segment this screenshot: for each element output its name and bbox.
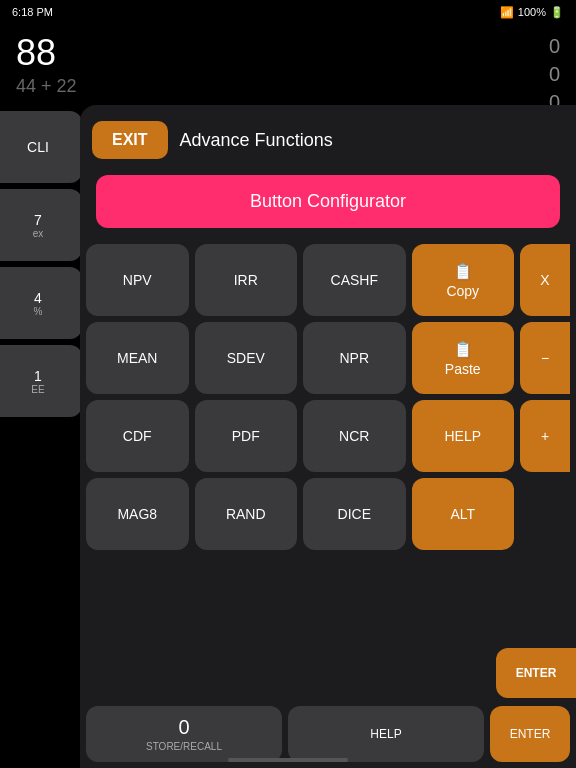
left-btn-7[interactable]: 7 ex bbox=[0, 189, 82, 261]
status-bar: 6:18 PM 📶 100% 🔋 bbox=[0, 0, 576, 24]
left-btn-1-label: 1 bbox=[34, 368, 42, 384]
status-right: 📶 100% 🔋 bbox=[500, 6, 564, 19]
popup-title: Advance Functions bbox=[180, 130, 333, 151]
store-recall-button[interactable]: 0 STORE/RECALL bbox=[86, 706, 282, 762]
right-plus-button[interactable]: + bbox=[520, 400, 570, 472]
expression: 44 + 22 bbox=[16, 74, 560, 105]
left-btn-1[interactable]: 1 EE bbox=[0, 345, 82, 417]
left-btn-cli[interactable]: CLI bbox=[0, 111, 82, 183]
rand-button[interactable]: RAND bbox=[195, 478, 298, 550]
ncr-button[interactable]: NCR bbox=[303, 400, 406, 472]
battery-label: 100% bbox=[518, 6, 546, 18]
side-num-1: 0 bbox=[549, 32, 560, 60]
help-bottom-label: HELP bbox=[370, 727, 401, 741]
wifi-icon: 📶 bbox=[500, 6, 514, 19]
right-x-button[interactable]: X bbox=[520, 244, 570, 316]
battery-icon: 🔋 bbox=[550, 6, 564, 19]
irr-button[interactable]: IRR bbox=[195, 244, 298, 316]
paste-icon: 📋 bbox=[453, 340, 473, 359]
right-minus-button[interactable]: − bbox=[520, 322, 570, 394]
right-empty-4 bbox=[520, 478, 570, 550]
help-bottom-button[interactable]: HELP bbox=[288, 706, 484, 762]
npr-button[interactable]: NPR bbox=[303, 322, 406, 394]
left-btn-1-sub: EE bbox=[31, 384, 44, 395]
enter-label: ENTER bbox=[516, 666, 557, 680]
advance-functions-popup: EXIT Advance Functions Button Configurat… bbox=[80, 105, 576, 768]
mag8-button[interactable]: MAG8 bbox=[86, 478, 189, 550]
status-time: 6:18 PM bbox=[12, 6, 53, 18]
cdf-button[interactable]: CDF bbox=[86, 400, 189, 472]
mean-button[interactable]: MEAN bbox=[86, 322, 189, 394]
left-btn-7-label: 7 bbox=[34, 212, 42, 228]
copy-icon: 📋 bbox=[453, 262, 473, 281]
side-num-2: 0 bbox=[549, 60, 560, 88]
paste-button[interactable]: 📋 Paste bbox=[412, 322, 515, 394]
popup-header: EXIT Advance Functions bbox=[80, 105, 576, 175]
enter-bottom-label: ENTER bbox=[510, 727, 551, 741]
store-recall-label: STORE/RECALL bbox=[146, 741, 222, 752]
display-area: 88 0 0 0 44 + 22 bbox=[0, 24, 576, 109]
left-side-buttons: CLI 7 ex 4 % 1 EE bbox=[0, 105, 88, 423]
npv-button[interactable]: NPV bbox=[86, 244, 189, 316]
main-number: 88 bbox=[16, 32, 560, 74]
enter-partial-button[interactable]: ENTER bbox=[496, 648, 576, 698]
left-btn-4-sub: % bbox=[34, 306, 43, 317]
store-recall-number: 0 bbox=[178, 716, 189, 739]
home-indicator bbox=[228, 758, 348, 762]
func-grid: NPV IRR CASHF 📋 Copy X MEAN SDEV NPR 📋 P… bbox=[80, 244, 576, 550]
left-btn-4[interactable]: 4 % bbox=[0, 267, 82, 339]
alt-button[interactable]: ALT bbox=[412, 478, 515, 550]
left-btn-4-label: 4 bbox=[34, 290, 42, 306]
left-btn-7-sub: ex bbox=[33, 228, 44, 239]
cashf-button[interactable]: CASHF bbox=[303, 244, 406, 316]
dice-button[interactable]: DICE bbox=[303, 478, 406, 550]
side-numbers: 0 0 0 bbox=[549, 32, 560, 116]
copy-button[interactable]: 📋 Copy bbox=[412, 244, 515, 316]
help-button[interactable]: HELP bbox=[412, 400, 515, 472]
pdf-button[interactable]: PDF bbox=[195, 400, 298, 472]
left-btn-cli-label: CLI bbox=[27, 139, 49, 155]
enter-bottom-button[interactable]: ENTER bbox=[490, 706, 570, 762]
sdev-button[interactable]: SDEV bbox=[195, 322, 298, 394]
exit-button[interactable]: EXIT bbox=[92, 121, 168, 159]
button-configurator-button[interactable]: Button Configurator bbox=[96, 175, 560, 228]
